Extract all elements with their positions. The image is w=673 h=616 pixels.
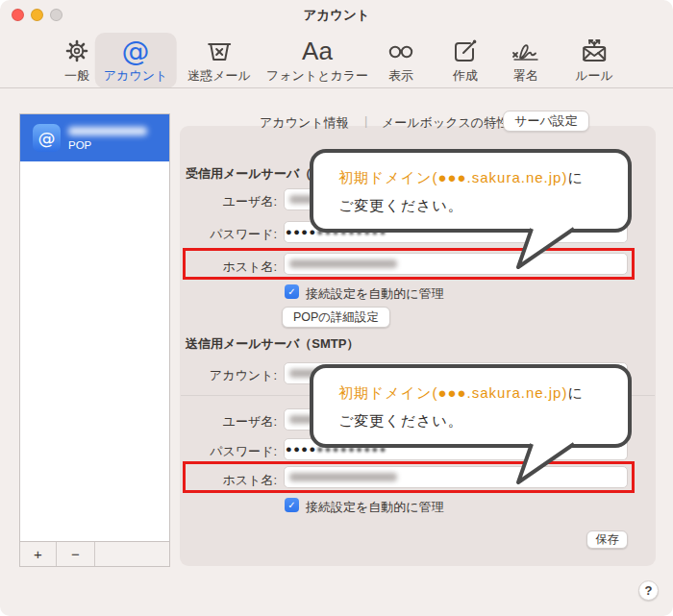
mail-preferences-window: アカウント 一般 @ アカウント 迷惑メール <box>0 0 673 616</box>
glasses-icon <box>386 36 415 66</box>
toolbar-item-signatures[interactable]: 署名 <box>502 33 550 88</box>
account-name-redacted <box>68 127 147 136</box>
account-at-icon: @ <box>33 124 61 152</box>
save-button[interactable]: 保存 <box>586 530 628 549</box>
toolbar-label-accounts: アカウント <box>104 67 168 85</box>
callout-text: 初期ドメイン(●●●.sakura.ne.jp)に ご変更ください。 <box>338 163 584 219</box>
callout-tail-outgoing <box>505 440 582 488</box>
account-list-item-selected[interactable]: @ POP <box>20 114 169 161</box>
add-account-button[interactable]: + <box>20 542 57 566</box>
at-icon: @ <box>122 36 150 66</box>
toolbar-label-signatures: 署名 <box>513 67 538 85</box>
toolbar-label-viewing: 表示 <box>388 67 413 85</box>
tab-separator: | <box>364 113 367 128</box>
incoming-username-label: ユーザ名: <box>171 193 277 210</box>
incoming-auto-manage-checkbox[interactable] <box>285 284 299 299</box>
help-button[interactable]: ? <box>638 580 659 601</box>
outgoing-username-label: ユーザ名: <box>171 413 277 431</box>
toolbar-label-composing: 作成 <box>453 67 478 85</box>
account-protocol-label: POP <box>68 139 91 151</box>
toolbar-item-composing[interactable]: 作成 <box>443 33 487 88</box>
toolbar-divider <box>0 87 673 88</box>
tab-account-info[interactable]: アカウント情報 <box>260 114 349 132</box>
toolbar-label-general: 一般 <box>64 67 89 85</box>
callout-bubble-outgoing: 初期ドメイン(●●●.sakura.ne.jp)に ご変更ください。 <box>310 364 632 448</box>
toolbar-item-general[interactable]: 一般 <box>55 33 99 88</box>
accounts-list-toolbar: + − <box>20 541 169 566</box>
callout-bubble-incoming: 初期ドメイン(●●●.sakura.ne.jp)に ご変更ください。 <box>310 149 632 233</box>
window-title: アカウント <box>0 7 673 24</box>
toolbar-item-junk[interactable]: 迷惑メール <box>179 33 260 88</box>
outgoing-server-heading: 送信用メールサーバ（SMTP） <box>186 335 359 353</box>
pop-advanced-settings-button[interactable]: POPの詳細設定 <box>282 307 390 328</box>
toolbar-item-accounts[interactable]: @ アカウント <box>95 33 177 88</box>
toolbar-item-rules[interactable]: ルール <box>566 33 622 88</box>
outgoing-auto-manage-checkbox[interactable] <box>285 498 299 512</box>
accounts-toolbar-filler <box>95 542 169 566</box>
toolbar-item-fonts-colors[interactable]: Aa フォントとカラー <box>258 33 377 88</box>
toolbar-label-rules: ルール <box>575 67 613 85</box>
toolbar-item-viewing[interactable]: 表示 <box>378 33 424 88</box>
fonts-icon: Aa <box>302 36 333 66</box>
tab-mailbox-behaviors[interactable]: メールボックスの特性 <box>382 114 509 132</box>
toolbar-label-fonts-colors: フォントとカラー <box>266 67 368 85</box>
remove-account-button[interactable]: − <box>57 542 95 566</box>
junk-trash-icon <box>206 36 233 66</box>
signature-icon <box>511 36 541 66</box>
incoming-auto-manage-label: 接続設定を自動的に管理 <box>306 285 444 303</box>
incoming-password-label: パスワード: <box>171 226 277 243</box>
rules-envelope-icon <box>580 36 609 66</box>
gear-icon <box>63 36 90 66</box>
outgoing-auto-manage-label: 接続設定を自動的に管理 <box>306 499 444 516</box>
tab-server-settings[interactable]: サーバ設定 <box>503 111 589 132</box>
outgoing-password-label: パスワード: <box>171 443 277 460</box>
callout-tail-incoming <box>505 225 582 273</box>
callout-text: 初期ドメイン(●●●.sakura.ne.jp)に ご変更ください。 <box>338 379 584 434</box>
compose-icon <box>452 36 479 66</box>
accounts-list: @ POP + − <box>19 113 170 567</box>
outgoing-account-label: アカウント: <box>171 367 277 384</box>
toolbar-label-junk: 迷惑メール <box>187 67 251 85</box>
